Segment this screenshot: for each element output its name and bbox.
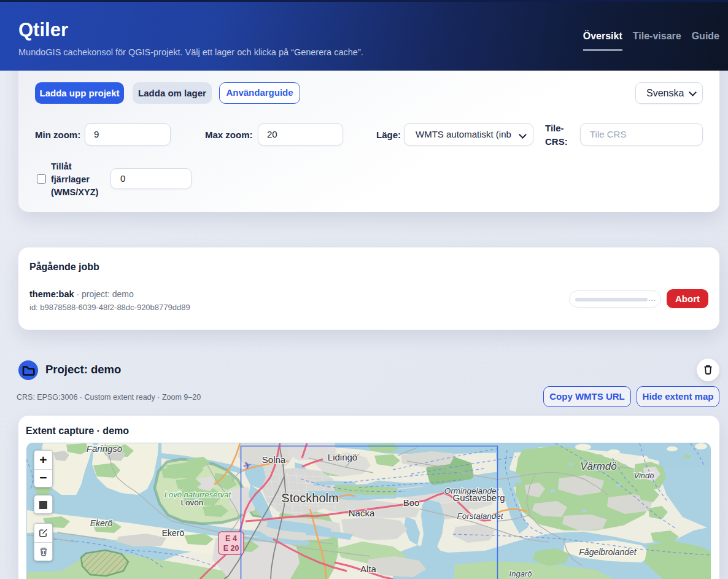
svg-text:Nacka: Nacka bbox=[349, 508, 375, 518]
svg-text:Fågelbrolandet: Fågelbrolandet bbox=[579, 547, 637, 557]
svg-text:E 20: E 20 bbox=[223, 544, 239, 553]
svg-text:Lovön: Lovön bbox=[181, 498, 204, 507]
svg-text:Ingarö: Ingarö bbox=[509, 569, 532, 578]
svg-text:Alta: Alta bbox=[360, 564, 377, 574]
svg-text:Värmdö: Värmdö bbox=[580, 460, 617, 472]
svg-text:Lidingö: Lidingö bbox=[328, 452, 357, 462]
svg-text:Forstalandet: Forstalandet bbox=[457, 511, 503, 521]
svg-text:Vindö: Vindö bbox=[633, 471, 654, 480]
svg-text:Ekerö: Ekerö bbox=[90, 518, 113, 528]
svg-text:Boo: Boo bbox=[403, 497, 420, 508]
svg-text:E 4: E 4 bbox=[225, 534, 237, 543]
svg-text:Färingsö: Färingsö bbox=[87, 443, 122, 454]
svg-text:Stockholm: Stockholm bbox=[281, 491, 338, 505]
svg-text:Ekerö: Ekerö bbox=[162, 528, 185, 538]
svg-text:Solna: Solna bbox=[262, 454, 286, 465]
